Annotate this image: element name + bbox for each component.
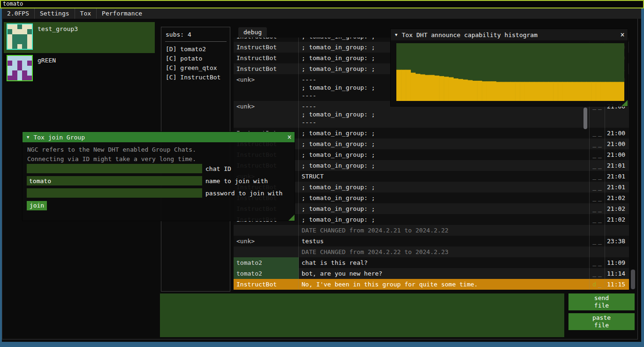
dht-histogram-titlebar[interactable]: ▼ Tox DHT announce capability histogram … — [391, 29, 628, 40]
sender-cell: InstructBot — [234, 53, 299, 63]
join-name-input[interactable] — [27, 176, 202, 185]
table-row[interactable]: <unk>testus__23:38 — [234, 236, 629, 247]
join-description: NGC refers to the New DHT enabled Group … — [27, 145, 196, 164]
status-cell: __ — [590, 203, 605, 214]
group-item-green[interactable]: gREEN — [4, 54, 155, 81]
group-item-test-group3[interactable]: test_group3 — [4, 22, 155, 53]
join-name-label: name to join with — [205, 177, 268, 185]
join-group-window: ▼ Tox join Group × NGC refers to the New… — [23, 132, 295, 221]
sender-cell — [234, 247, 299, 257]
message-cell: STRUCT — [299, 171, 590, 182]
table-row[interactable]: DATE CHANGED from 2024.2.22 to 2024.2.23 — [234, 247, 629, 257]
resize-grip[interactable] — [621, 100, 628, 106]
timestamp-cell: 21:00 — [605, 139, 629, 149]
status-cell: __ — [590, 257, 605, 268]
menu-item-performance[interactable]: Performance — [97, 8, 147, 19]
sender-cell: <unk> — [234, 74, 299, 101]
status-cell: __ — [590, 236, 605, 247]
subs-count: subs: 4 — [166, 31, 191, 38]
timestamp-cell: 21:00 — [605, 149, 629, 160]
message-cell: ; tomato_in_group: ; — [299, 149, 590, 160]
timestamp-cell: 23:38 — [605, 236, 629, 247]
window-title: Tox DHT announce capability histogram — [402, 31, 617, 39]
message-cell: ; tomato_in_group: ; — [299, 139, 590, 149]
table-row[interactable]: tomato2bot, are you new here?__11:14 — [234, 268, 629, 279]
menu-item-settings[interactable]: Settings — [35, 8, 75, 19]
timestamp-cell: 11:09 — [605, 257, 629, 268]
sender-cell — [234, 225, 299, 236]
message-input[interactable] — [160, 293, 564, 337]
sender-cell: InstructBot — [234, 38, 299, 42]
send-file-button[interactable]: sendfile — [568, 293, 635, 310]
message-cell: DATE CHANGED from 2024.2.22 to 2024.2.23 — [299, 247, 590, 257]
join-password-input[interactable] — [27, 188, 202, 198]
message-cell: ; tomato_in_group: ; — [299, 182, 590, 193]
os-titlebar[interactable]: tomato — [0, 0, 644, 8]
message-cell: ; tomato_in_group: ; — [299, 203, 590, 214]
message-cell: chat is this real? — [299, 257, 590, 268]
message-cell: No, I've been in this group for quite so… — [299, 279, 590, 290]
group-label: gREEN — [38, 57, 56, 64]
status-cell: __ — [590, 160, 605, 171]
timestamp-cell — [605, 225, 629, 236]
group-avatar — [7, 23, 33, 50]
table-row[interactable]: tomato2chat is this real?__11:09 — [234, 257, 629, 268]
dht-histogram-window: ▼ Tox DHT announce capability histogram … — [391, 29, 628, 106]
collapse-icon[interactable]: ▼ — [27, 135, 29, 139]
status-cell: __ — [590, 139, 605, 149]
member-list: [D] tomato2[C] potato[C] green_qtox[C] I… — [166, 45, 228, 82]
timestamp-cell: 11:14 — [605, 268, 629, 279]
timestamp-cell: 21:00 — [605, 128, 629, 139]
window-border-bottom — [0, 342, 644, 347]
collapse-icon[interactable]: ▼ — [395, 32, 397, 37]
status-cell: __ — [590, 171, 605, 182]
status-cell: __ — [590, 193, 605, 203]
sender-cell: InstructBot — [234, 279, 299, 290]
status-cell — [590, 225, 605, 236]
message-cell: DATE CHANGED from 2024.2.21 to 2024.2.22 — [299, 225, 590, 236]
timestamp-cell: 21:02 — [605, 193, 629, 203]
app-root: tomato 2.0FPS SettingsToxPerformance tes… — [0, 0, 644, 347]
join-button[interactable]: join — [27, 201, 47, 210]
chat-inner-scrollbar[interactable] — [583, 108, 587, 129]
window-title: Tox join Group — [33, 134, 284, 141]
table-row[interactable]: InstructBotNo, I've been in this group f… — [234, 279, 629, 290]
os-window-title: tomato — [3, 0, 23, 7]
chat-id-input[interactable] — [27, 164, 202, 173]
sender-cell: InstructBot — [234, 42, 299, 53]
group-label: test_group3 — [38, 25, 78, 32]
member-green_qtox[interactable]: [C] green_qtox — [166, 63, 228, 73]
status-cell: __ — [590, 149, 605, 160]
menu-items: SettingsToxPerformance — [34, 8, 147, 19]
chat-scrollbar[interactable] — [631, 270, 635, 289]
timestamp-cell: 21:01 — [605, 182, 629, 193]
member-tomato2[interactable]: [D] tomato2 — [166, 45, 228, 54]
tab-debug[interactable]: debug — [238, 27, 267, 37]
sender-cell: <unk> — [234, 236, 299, 247]
status-cell: __ — [590, 214, 605, 225]
menu-item-tox[interactable]: Tox — [75, 8, 96, 19]
member-InstructBot[interactable]: [C] InstructBot — [166, 73, 228, 82]
message-cell: testus — [299, 236, 590, 247]
sender-cell: tomato2 — [234, 268, 299, 279]
join-password-label: password to join with — [205, 190, 282, 197]
timestamp-cell: 11:15 — [605, 279, 629, 290]
window-border-left — [0, 8, 2, 342]
histogram-plot — [396, 43, 624, 101]
table-row[interactable]: DATE CHANGED from 2024.2.21 to 2024.2.22 — [234, 225, 629, 236]
member-potato[interactable]: [C] potato — [166, 54, 228, 63]
fps-indicator: 2.0FPS — [2, 8, 34, 19]
status-cell: __ — [590, 268, 605, 279]
resize-grip[interactable] — [288, 215, 295, 221]
chat-id-label: chat ID — [205, 165, 231, 172]
timestamp-cell — [605, 247, 629, 257]
timestamp-cell: 21:01 — [605, 160, 629, 171]
status-cell — [590, 247, 605, 257]
close-icon[interactable]: × — [617, 31, 628, 39]
message-cell: ; tomato_in_group: ; — [299, 128, 590, 139]
timestamp-cell: 21:02 — [605, 214, 629, 225]
group-avatar — [7, 55, 33, 81]
paste-file-button[interactable]: pastefile — [568, 313, 635, 330]
close-icon[interactable]: × — [284, 133, 295, 141]
join-group-titlebar[interactable]: ▼ Tox join Group × — [23, 132, 295, 142]
